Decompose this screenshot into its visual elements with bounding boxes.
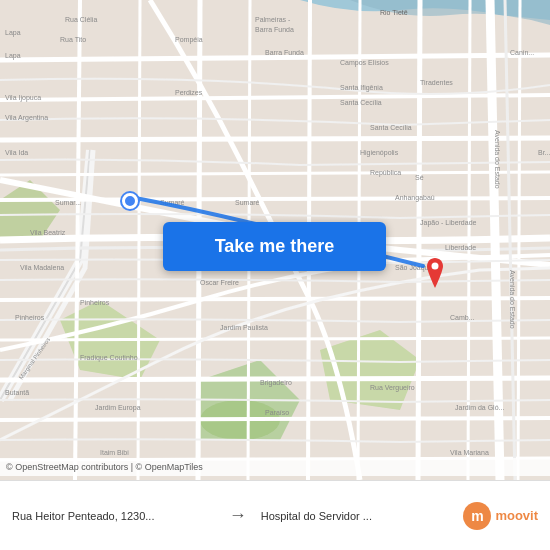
svg-text:Santa Cecília: Santa Cecília	[370, 124, 412, 131]
svg-text:Rua Clélia: Rua Clélia	[65, 16, 97, 23]
svg-text:Barra Funda: Barra Funda	[265, 49, 304, 56]
svg-text:Butantã: Butantã	[5, 389, 29, 396]
svg-text:Vila Madalena: Vila Madalena	[20, 264, 64, 271]
svg-text:Vila Mariana: Vila Mariana	[450, 449, 489, 456]
svg-text:Sumaré: Sumaré	[235, 199, 260, 206]
svg-text:Paraíso: Paraíso	[265, 409, 289, 416]
svg-text:Campos Elísios: Campos Elísios	[340, 59, 389, 67]
svg-text:Brigadeiro: Brigadeiro	[260, 379, 292, 387]
svg-text:Pinheiros: Pinheiros	[80, 299, 110, 306]
svg-text:República: República	[370, 169, 401, 177]
svg-text:Sé: Sé	[415, 174, 424, 181]
svg-text:Jardim da Gló...: Jardim da Gló...	[455, 404, 504, 411]
svg-text:Canin...: Canin...	[510, 49, 534, 56]
destination-marker	[423, 258, 447, 288]
svg-text:Sumar...: Sumar...	[55, 199, 81, 206]
svg-text:Rua Tito: Rua Tito	[60, 36, 86, 43]
svg-text:Rua Vergueiro: Rua Vergueiro	[370, 384, 415, 392]
copyright-bar: © OpenStreetMap contributors | © OpenMap…	[0, 458, 550, 476]
origin-text: Rua Heitor Penteado, 1230...	[12, 510, 215, 522]
svg-text:Higienópolis: Higienópolis	[360, 149, 399, 157]
svg-text:Avenida do Estado: Avenida do Estado	[509, 270, 516, 329]
destination-text: Hospital do Servidor ...	[261, 510, 464, 522]
svg-text:Oscar Freire: Oscar Freire	[200, 279, 239, 286]
svg-text:Itaim Bibi: Itaim Bibi	[100, 449, 129, 456]
svg-text:Perdizes: Perdizes	[175, 89, 203, 96]
svg-text:Japão - Liberdade: Japão - Liberdade	[420, 219, 477, 227]
svg-text:Rio Tietê: Rio Tietê	[380, 9, 408, 16]
svg-text:Jardim Paulista: Jardim Paulista	[220, 324, 268, 331]
svg-text:Lapa: Lapa	[5, 29, 21, 37]
take-me-there-button[interactable]: Take me there	[163, 222, 386, 271]
svg-text:Lapa: Lapa	[5, 52, 21, 60]
map-container: Lapa Rua Clélia Rua Tito Lapa Vila Ijopu…	[0, 0, 550, 480]
moovit-logo: m moovit	[463, 502, 538, 530]
moovit-brand-text: moovit	[495, 508, 538, 523]
svg-text:Santa Ifigênia: Santa Ifigênia	[340, 84, 383, 92]
route-arrow: →	[229, 505, 247, 526]
svg-text:Fradique Coutinho: Fradique Coutinho	[80, 354, 138, 362]
svg-text:Santa Cecília: Santa Cecília	[340, 99, 382, 106]
route-info: Rua Heitor Penteado, 1230... → Hospital …	[12, 505, 463, 526]
svg-text:Vila Beatriz: Vila Beatriz	[30, 229, 66, 236]
svg-text:Vila Ijopuca: Vila Ijopuca	[5, 94, 41, 102]
svg-text:Pinheiros: Pinheiros	[15, 314, 45, 321]
svg-text:Br...: Br...	[538, 149, 550, 156]
origin-marker	[122, 193, 138, 209]
svg-text:Pompéia: Pompéia	[175, 36, 203, 44]
svg-text:Anhangabaú: Anhangabaú	[395, 194, 435, 202]
svg-text:Jardim Europa: Jardim Europa	[95, 404, 141, 412]
svg-text:Sumaré: Sumaré	[160, 199, 185, 206]
bottom-navigation-bar: Rua Heitor Penteado, 1230... → Hospital …	[0, 480, 550, 550]
svg-point-58	[432, 263, 439, 270]
svg-text:Vila Argentina: Vila Argentina	[5, 114, 48, 122]
copyright-text: © OpenStreetMap contributors | © OpenMap…	[6, 462, 203, 472]
svg-text:Vila Ida: Vila Ida	[5, 149, 28, 156]
svg-text:Palmeiras -: Palmeiras -	[255, 16, 291, 23]
moovit-icon: m	[463, 502, 491, 530]
svg-text:Camb...: Camb...	[450, 314, 475, 321]
svg-text:Tiradentes: Tiradentes	[420, 79, 453, 86]
svg-text:Liberdade: Liberdade	[445, 244, 476, 251]
svg-text:Avenida do Estado: Avenida do Estado	[494, 130, 501, 189]
svg-text:Barra Funda: Barra Funda	[255, 26, 294, 33]
